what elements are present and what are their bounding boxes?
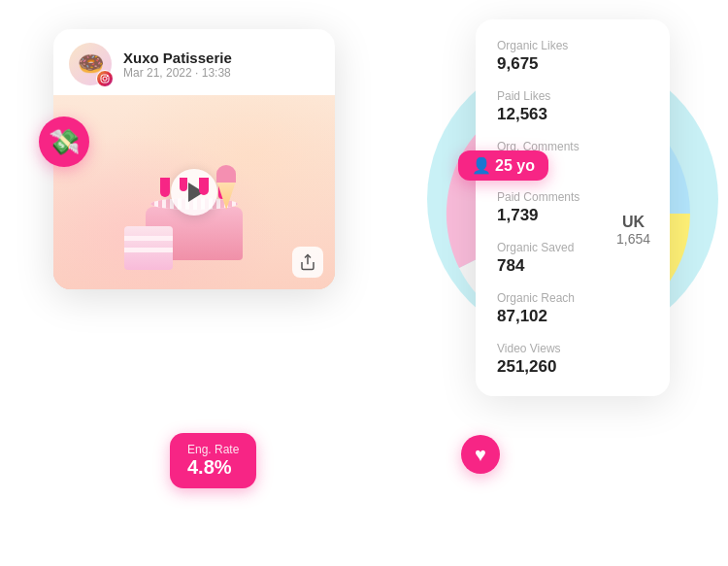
paid-likes-label: Paid Likes xyxy=(497,89,648,103)
eng-rate-value: 4.8% xyxy=(187,456,239,479)
account-name: Xuxo Patisserie xyxy=(123,50,232,66)
stat-organic-likes: Organic Likes 9,675 xyxy=(497,39,648,74)
heart-badge[interactable]: ♥ xyxy=(461,435,500,474)
post-card: 🍩 Xuxo Patisserie Mar 21, 2022 · 13:38 xyxy=(53,29,335,289)
post-card-info: Xuxo Patisserie Mar 21, 2022 · 13:38 xyxy=(123,50,232,80)
organic-saved-value: 784 xyxy=(497,256,648,276)
heart-icon: ♥ xyxy=(475,444,486,466)
money-badge: 💸 xyxy=(39,117,89,167)
stat-video-views: Video Views 251,260 xyxy=(497,342,648,377)
uk-count: 1,654 xyxy=(616,231,650,247)
stats-card: Organic Likes 9,675 Paid Likes 12,563 Or… xyxy=(476,19,670,396)
video-views-value: 251,260 xyxy=(497,357,648,377)
age-badge-text: 👤 25 yo xyxy=(472,156,535,175)
money-emoji: 💸 xyxy=(49,127,80,157)
avatar-wrap: 🍩 xyxy=(69,43,112,85)
video-views-label: Video Views xyxy=(497,342,648,355)
stat-paid-likes: Paid Likes 12,563 xyxy=(497,89,648,124)
uk-label-text: UK xyxy=(616,214,650,231)
organic-reach-value: 87,102 xyxy=(497,307,648,326)
post-date: Mar 21, 2022 · 13:38 xyxy=(123,66,232,80)
paid-comments-label: Paid Comments xyxy=(497,190,648,204)
age-badge: 👤 25 yo xyxy=(458,150,548,181)
organic-likes-value: 9,675 xyxy=(497,54,648,74)
svg-point-3 xyxy=(103,77,107,81)
scene: UK 1,654 👤 25 yo 🍩 Xuxo Patis xyxy=(0,0,728,566)
svg-point-4 xyxy=(107,76,109,78)
eng-rate-label: Eng. Rate xyxy=(187,443,239,456)
stat-organic-reach: Organic Reach 87,102 xyxy=(497,291,648,326)
organic-reach-label: Organic Reach xyxy=(497,291,648,305)
engagement-rate-badge: Eng. Rate 4.8% xyxy=(170,433,256,488)
share-button[interactable] xyxy=(292,247,323,278)
instagram-badge xyxy=(96,70,114,87)
post-image xyxy=(53,95,335,289)
uk-label: UK 1,654 xyxy=(616,214,650,247)
post-card-header: 🍩 Xuxo Patisserie Mar 21, 2022 · 13:38 xyxy=(53,29,335,95)
organic-likes-label: Organic Likes xyxy=(497,39,648,52)
paid-likes-value: 12,563 xyxy=(497,105,648,124)
